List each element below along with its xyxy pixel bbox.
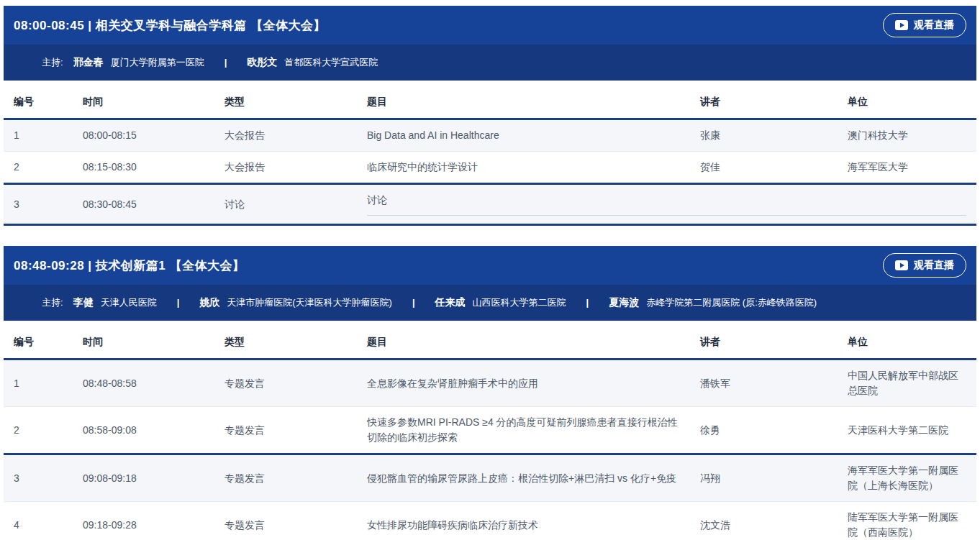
- table-header-row: 编号时间类型题目讲者单位: [4, 325, 976, 360]
- cell-speaker: 张康: [690, 119, 838, 152]
- column-header: 单位: [838, 325, 976, 360]
- column-header: 时间: [73, 85, 214, 119]
- cell-time: 08:00-08:15: [73, 119, 214, 152]
- cell-speaker: 贺佳: [690, 152, 838, 184]
- cell-speaker: 潘铁军: [690, 360, 838, 407]
- cell-type: 大会报告: [214, 119, 357, 152]
- session-header: 08:48-09:28 | 技术创新篇1 【全体大会】 观看直播: [4, 246, 976, 285]
- cell-time: 08:58-09:08: [73, 407, 214, 454]
- moderator-bar: 主持: 李健天津人民医院|姚欣天津市肿瘤医院(天津医科大学肿瘤医院)|任来成山西…: [4, 285, 976, 321]
- cell-number: 2: [4, 407, 73, 454]
- watch-live-button[interactable]: 观看直播: [883, 13, 966, 37]
- cell-type: 专题发言: [214, 407, 357, 454]
- column-header: 讲者: [690, 85, 838, 119]
- cell-unit: 中国人民解放军中部战区总医院: [838, 360, 976, 407]
- cell-discussion: 讨论: [357, 184, 976, 225]
- watch-live-button[interactable]: 观看直播: [883, 253, 966, 278]
- moderator-prefix-label: 主持:: [42, 296, 63, 309]
- agenda-row: 308:30-08:45讨论讨论: [4, 184, 976, 225]
- cell-speaker: 徐勇: [690, 407, 838, 454]
- cell-type: 专题发言: [214, 502, 357, 540]
- session-header: 08:00-08:45 | 相关交叉学科与融合学科篇 【全体大会】 观看直播: [4, 6, 976, 45]
- cell-type: 大会报告: [214, 152, 357, 184]
- cell-unit: 海军军医大学: [838, 152, 976, 184]
- cell-title: 女性排尿功能障碍疾病临床治疗新技术: [357, 502, 690, 540]
- cell-type: 专题发言: [214, 360, 357, 407]
- agenda-row: 108:00-08:15大会报告Big Data and AI in Healt…: [4, 119, 976, 152]
- moderator-name: 任来成: [435, 296, 466, 309]
- moderator-name: 邢金春: [73, 56, 104, 69]
- moderator-list: 李健天津人民医院|姚欣天津市肿瘤医院(天津医科大学肿瘤医院)|任来成山西医科大学…: [73, 296, 817, 309]
- watch-live-label: 观看直播: [914, 259, 954, 272]
- moderator-prefix-label: 主持:: [42, 56, 63, 69]
- cell-title: 临床研究中的统计学设计: [357, 152, 690, 184]
- cell-number: 1: [4, 119, 73, 152]
- column-header: 单位: [838, 85, 976, 119]
- discussion-text: 讨论: [367, 193, 966, 216]
- cell-unit: 澳门科技大学: [838, 119, 976, 152]
- cell-time: 09:08-09:18: [73, 454, 214, 502]
- cell-title: Big Data and AI in Healthcare: [357, 119, 690, 152]
- cell-number: 3: [4, 454, 73, 502]
- play-icon: [895, 260, 908, 270]
- watch-live-label: 观看直播: [914, 19, 954, 32]
- moderator-name: 夏海波: [609, 296, 639, 309]
- moderator: 邢金春厦门大学附属第一医院: [73, 56, 204, 69]
- column-header: 编号: [4, 85, 73, 119]
- moderator-separator: |: [224, 57, 227, 68]
- agenda-row: 208:58-09:08专题发言快速多参数MRI PI-RADS ≥4 分的高度…: [4, 407, 976, 454]
- column-header: 类型: [214, 85, 357, 119]
- session-block: 08:00-08:45 | 相关交叉学科与融合学科篇 【全体大会】 观看直播 主…: [4, 6, 976, 226]
- cell-speaker: 沈文浩: [690, 502, 838, 540]
- moderator: 夏海波赤峰学院第二附属医院 (原:赤峰铁路医院): [609, 296, 817, 309]
- cell-number: 1: [4, 360, 73, 407]
- moderator-affiliation: 首都医科大学宣武医院: [284, 56, 378, 69]
- moderator-affiliation: 山西医科大学第二医院: [473, 296, 566, 309]
- moderator-affiliation: 天津市肿瘤医院(天津医科大学肿瘤医院): [227, 296, 392, 309]
- moderator: 欧彤文首都医科大学宣武医院: [247, 56, 378, 69]
- cell-time: 09:18-09:28: [73, 502, 214, 540]
- cell-speaker: 冯翔: [690, 454, 838, 502]
- agenda-row: 309:08-09:18专题发言侵犯髂血管的输尿管尿路上皮癌：根治性切除+淋巴清…: [4, 454, 976, 502]
- column-header: 讲者: [690, 325, 838, 360]
- moderator-separator: |: [586, 297, 589, 308]
- cell-time: 08:48-08:58: [73, 360, 214, 407]
- moderator-affiliation: 天津人民医院: [101, 296, 157, 309]
- column-header: 时间: [73, 325, 214, 360]
- moderator-bar: 主持: 邢金春厦门大学附属第一医院|欧彤文首都医科大学宣武医院: [4, 45, 976, 81]
- column-header: 题目: [357, 325, 690, 360]
- cell-title: 全息影像在复杂肾脏肿瘤手术中的应用: [357, 360, 690, 407]
- session-block: 08:48-09:28 | 技术创新篇1 【全体大会】 观看直播 主持: 李健天…: [4, 246, 976, 540]
- table-header-row: 编号时间类型题目讲者单位: [4, 85, 976, 119]
- cell-unit: 天津医科大学第二医院: [838, 407, 976, 454]
- cell-unit: 陆军军医大学第一附属医院（西南医院）: [838, 502, 976, 540]
- cell-title: 快速多参数MRI PI-RADS ≥4 分的高度可疑前列腺癌患者直接行根治性切除…: [357, 407, 690, 454]
- moderator-separator: |: [412, 297, 415, 308]
- cell-type: 专题发言: [214, 454, 357, 502]
- agenda-row: 208:15-08:30大会报告临床研究中的统计学设计贺佳海军军医大学: [4, 152, 976, 184]
- play-icon: [895, 20, 908, 30]
- moderator-name: 李健: [73, 296, 94, 309]
- cell-number: 4: [4, 502, 73, 540]
- cell-number: 2: [4, 152, 73, 184]
- moderator-separator: |: [177, 297, 180, 308]
- agenda-row: 409:18-09:28专题发言女性排尿功能障碍疾病临床治疗新技术沈文浩陆军军医…: [4, 502, 976, 540]
- session-table: 编号时间类型题目讲者单位 108:48-08:58专题发言全息影像在复杂肾脏肿瘤…: [4, 325, 976, 540]
- moderator-name: 姚欣: [199, 296, 219, 309]
- moderator-name: 欧彤文: [247, 56, 277, 69]
- conference-schedule-page: 08:00-08:45 | 相关交叉学科与融合学科篇 【全体大会】 观看直播 主…: [0, 0, 980, 540]
- cell-time: 08:30-08:45: [73, 184, 214, 225]
- moderator-list: 邢金春厦门大学附属第一医院|欧彤文首都医科大学宣武医院: [73, 56, 378, 69]
- moderator: 任来成山西医科大学第二医院: [435, 296, 566, 309]
- column-header: 题目: [357, 85, 690, 119]
- cell-type: 讨论: [214, 184, 357, 225]
- moderator-affiliation: 赤峰学院第二附属医院 (原:赤峰铁路医院): [646, 296, 817, 309]
- moderator-affiliation: 厦门大学附属第一医院: [111, 56, 204, 69]
- column-header: 类型: [214, 325, 357, 360]
- session-title: 08:48-09:28 | 技术创新篇1 【全体大会】: [14, 257, 245, 274]
- moderator: 姚欣天津市肿瘤医院(天津医科大学肿瘤医院): [199, 296, 392, 309]
- cell-number: 3: [4, 184, 73, 225]
- session-table: 编号时间类型题目讲者单位 108:00-08:15大会报告Big Data an…: [4, 85, 976, 226]
- moderator: 李健天津人民医院: [73, 296, 157, 309]
- session-title: 08:00-08:45 | 相关交叉学科与融合学科篇 【全体大会】: [14, 17, 326, 34]
